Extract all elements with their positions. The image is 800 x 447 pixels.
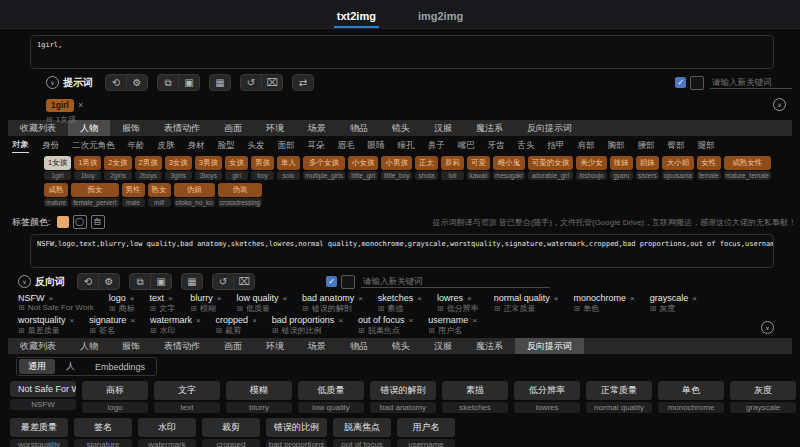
category-脸型[interactable]: 脸型 <box>218 140 235 152</box>
tab-反向提示词[interactable]: 反向提示词 <box>515 120 584 136</box>
remove-tag-icon[interactable]: × <box>338 316 343 325</box>
remove-tag-icon[interactable]: × <box>78 101 83 110</box>
subtab-人[interactable]: 人 <box>57 359 84 374</box>
tag-button-crossdressing[interactable]: 伪装crossdressing <box>218 183 262 207</box>
remove-tag-icon[interactable]: × <box>467 294 472 303</box>
negative-tag-button-blurry[interactable]: 模糊blurry <box>226 381 292 413</box>
category-嘴巴[interactable]: 嘴巴 <box>458 140 475 152</box>
negative-tag-button-NSFW[interactable]: Not Safe For W...NSFW <box>10 381 76 413</box>
copy-button[interactable]: ⧉ <box>158 75 179 90</box>
tag-button-3boys[interactable]: 3男孩3boys <box>195 156 222 180</box>
negative-tag-button-sketches[interactable]: 素描sketches <box>442 381 508 413</box>
copy-button[interactable]: ⧉ <box>130 274 151 289</box>
negative-tag-text[interactable]: worstquality <box>18 315 66 325</box>
category-头发[interactable]: 头发 <box>248 140 265 152</box>
negative-tag-text[interactable]: logo <box>109 293 126 303</box>
keyword-mode-box[interactable] <box>690 76 704 90</box>
tag-button-mature_female[interactable]: 成熟女性mature_female <box>724 156 771 180</box>
negative-tag-button-lowres[interactable]: 低分辨率lowres <box>514 381 580 413</box>
tag-button-adorable_girl[interactable]: 可爱的女孩adorable_girl <box>528 156 574 180</box>
tab-场景[interactable]: 场景 <box>296 338 338 354</box>
negative-tag-text[interactable]: bad anatomy <box>302 293 354 303</box>
negative-tag-text[interactable]: out of focus <box>358 315 405 325</box>
tab-表情动作[interactable]: 表情动作 <box>152 120 212 136</box>
remove-tag-icon[interactable]: × <box>70 316 75 325</box>
negative-tag-button-worstquality[interactable]: 最差质量worstquality <box>10 418 68 447</box>
negative-tag-button-bad proportions[interactable]: 错误的比例bad proportions <box>266 418 327 447</box>
tag-button-gyaru[interactable]: 辣妹gyaru <box>610 156 633 180</box>
tag-button-female_pervert[interactable]: 痴女female_pervert <box>71 183 118 207</box>
tab-魔法系[interactable]: 魔法系 <box>464 120 515 136</box>
negative-tag-text[interactable]: blurry <box>190 293 213 303</box>
tag-button-male[interactable]: 男性male <box>122 183 145 207</box>
tag-button-loli[interactable]: 萝莉loli <box>441 156 464 180</box>
category-瞳孔[interactable]: 瞳孔 <box>398 140 415 152</box>
negative-tag-button-logo[interactable]: 商标logo <box>82 381 148 413</box>
tab-环境[interactable]: 环境 <box>254 120 296 136</box>
tag-button-solo[interactable]: 单人solo <box>277 156 300 180</box>
collapse-positive-icon[interactable]: ∨ <box>46 76 59 89</box>
tag-button-milf[interactable]: 熟女milf <box>148 183 171 207</box>
tab-人物[interactable]: 人物 <box>68 338 110 354</box>
trash-button[interactable]: ⌧ <box>262 75 282 90</box>
tab-镜头[interactable]: 镜头 <box>380 120 422 136</box>
subtab-Embeddings[interactable]: Embeddings <box>86 361 154 373</box>
save-button[interactable]: ▣ <box>151 274 171 289</box>
tag-badge[interactable]: 1girl <box>46 99 74 112</box>
category-身材[interactable]: 身材 <box>188 140 205 152</box>
category-鼻子[interactable]: 鼻子 <box>428 140 445 152</box>
tab-表情动作[interactable]: 表情动作 <box>152 338 212 354</box>
negative-tag-text[interactable]: cropped <box>216 315 249 325</box>
tag-button-bishoujo[interactable]: 美少女bishoujo <box>576 156 607 180</box>
undo-button[interactable]: ↺ <box>241 75 262 90</box>
category-面部[interactable]: 面部 <box>278 140 295 152</box>
auto-translate-checkbox[interactable]: ✓ <box>675 77 686 88</box>
tag-button-little_girl[interactable]: 小女孩little_girl <box>348 156 379 180</box>
remove-tag-icon[interactable]: × <box>417 294 422 303</box>
category-耳朵[interactable]: 耳朵 <box>308 140 325 152</box>
category-对象[interactable]: 对象 <box>12 139 29 153</box>
remove-tag-icon[interactable]: × <box>196 316 201 325</box>
tag-button-shota[interactable]: 正太shota <box>415 156 438 180</box>
negative-keyword-mode-box[interactable] <box>341 275 355 289</box>
category-眉毛[interactable]: 眉毛 <box>338 140 355 152</box>
tab-汉服[interactable]: 汉服 <box>422 338 464 354</box>
tab-汉服[interactable]: 汉服 <box>422 120 464 136</box>
negative-tag-button-monochrome[interactable]: 单色monochrome <box>658 381 724 413</box>
category-舌头[interactable]: 舌头 <box>518 140 535 152</box>
save-button[interactable]: ▣ <box>179 75 199 90</box>
negative-tag-button-grayscale[interactable]: 灰度grayscale <box>730 381 796 413</box>
image-button[interactable]: ▦ <box>210 75 230 90</box>
tag-button-3girls[interactable]: 3女孩3girls <box>165 156 192 180</box>
tab-镜头[interactable]: 镜头 <box>380 338 422 354</box>
remove-tag-icon[interactable]: × <box>49 294 54 303</box>
tab-魔法系[interactable]: 魔法系 <box>464 338 515 354</box>
remove-tag-icon[interactable]: × <box>252 316 257 325</box>
remove-tag-icon[interactable]: × <box>217 294 222 303</box>
negative-tag-text[interactable]: low quality <box>236 293 278 303</box>
negative-tag-text[interactable]: lowres <box>437 293 463 303</box>
negative-prompt-textarea[interactable]: NSFW,logo,text,blurry,low quality,bad an… <box>30 234 774 268</box>
tab-物品[interactable]: 物品 <box>338 338 380 354</box>
negative-tag-text[interactable]: watermark <box>150 315 192 325</box>
auto-color-swatch-icon[interactable]: 自 <box>91 215 105 229</box>
negative-tag-button-username[interactable]: 用户名username <box>397 418 455 447</box>
remove-tag-icon[interactable]: × <box>554 294 559 303</box>
settings-button[interactable]: ⚙ <box>99 274 119 289</box>
category-腰部[interactable]: 腰部 <box>638 140 655 152</box>
tag-button-1girl[interactable]: 1女孩1girl <box>44 156 71 180</box>
negative-tag-button-signature[interactable]: 签名signature <box>74 418 132 447</box>
tab-画面[interactable]: 画面 <box>212 120 254 136</box>
remove-tag-icon[interactable]: × <box>630 294 635 303</box>
tag-button-kawaii[interactable]: 可爱kawaii <box>467 156 490 180</box>
tab-服饰[interactable]: 服饰 <box>110 120 152 136</box>
remove-tag-icon[interactable]: × <box>358 294 363 303</box>
tag-button-otoko_no_ko[interactable]: 伪娘otoko_no_ko <box>174 183 215 207</box>
category-眼睛[interactable]: 眼睛 <box>368 140 385 152</box>
negative-tag-text[interactable]: monochrome <box>573 293 626 303</box>
collapse-tag-panel-icon[interactable]: ∨ <box>773 98 786 111</box>
category-胸部[interactable]: 胸部 <box>608 140 625 152</box>
tab-画面[interactable]: 画面 <box>212 338 254 354</box>
tag-button-1boy[interactable]: 1男孩1boy <box>74 156 101 180</box>
negative-tag-button-cropped[interactable]: 裁剪cropped <box>202 418 260 447</box>
